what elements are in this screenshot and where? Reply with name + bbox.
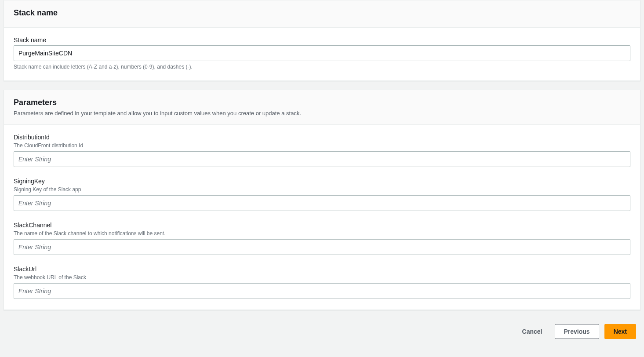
parameters-panel-header: Parameters Parameters are defined in you…: [4, 90, 640, 125]
distribution-id-input[interactable]: [14, 151, 630, 167]
stack-name-panel: Stack name Stack name Stack name can inc…: [4, 0, 640, 81]
distribution-id-field: DistributionId The CloudFront distributi…: [14, 134, 630, 167]
slack-channel-input[interactable]: [14, 239, 630, 255]
signing-key-input[interactable]: [14, 195, 630, 211]
stack-name-hint: Stack name can include letters (A-Z and …: [14, 64, 630, 70]
stack-name-field: Stack name Stack name can include letter…: [14, 36, 630, 70]
stack-name-input[interactable]: [14, 45, 630, 61]
stack-name-panel-header: Stack name: [4, 0, 640, 28]
previous-button[interactable]: Previous: [555, 324, 599, 339]
slack-channel-label: SlackChannel: [14, 222, 630, 229]
wizard-button-bar: Cancel Previous Next: [0, 319, 644, 348]
slack-url-input[interactable]: [14, 283, 630, 299]
stack-name-heading: Stack name: [14, 8, 630, 18]
stack-name-panel-body: Stack name Stack name can include letter…: [4, 28, 640, 80]
next-button[interactable]: Next: [604, 324, 636, 339]
parameters-panel-body: DistributionId The CloudFront distributi…: [4, 125, 640, 310]
slack-url-description: The webhook URL of the Slack: [14, 274, 630, 280]
distribution-id-label: DistributionId: [14, 134, 630, 141]
parameters-heading: Parameters: [14, 98, 630, 107]
stack-name-label: Stack name: [14, 36, 630, 44]
slack-url-field: SlackUrl The webhook URL of the Slack: [14, 266, 630, 299]
distribution-id-description: The CloudFront distribution Id: [14, 142, 630, 149]
cancel-button[interactable]: Cancel: [515, 324, 549, 339]
slack-url-label: SlackUrl: [14, 266, 630, 273]
signing-key-description: Signing Key of the Slack app: [14, 186, 630, 193]
parameters-subtitle: Parameters are defined in your template …: [14, 110, 630, 117]
signing-key-field: SigningKey Signing Key of the Slack app: [14, 178, 630, 211]
slack-channel-field: SlackChannel The name of the Slack chann…: [14, 222, 630, 255]
signing-key-label: SigningKey: [14, 178, 630, 185]
slack-channel-description: The name of the Slack channel to which n…: [14, 230, 630, 237]
parameters-panel: Parameters Parameters are defined in you…: [4, 90, 640, 310]
